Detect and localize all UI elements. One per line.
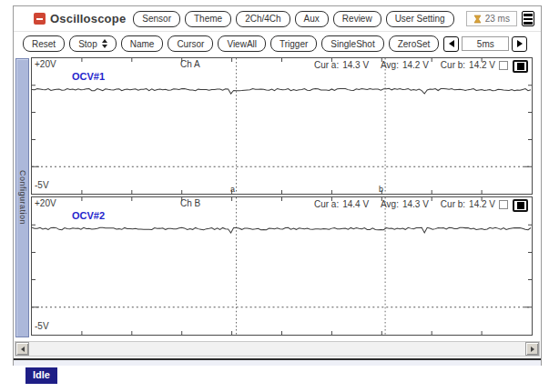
cursor-a-marker[interactable]: a (230, 186, 235, 194)
avg-label: Avg: (381, 61, 399, 70)
channel-count-button[interactable]: 2Ch/4Ch (236, 11, 290, 27)
cur-a-label: Cur a: (314, 61, 339, 70)
timebase-decrease-button[interactable] (443, 36, 459, 52)
channel-a-trace-label: OCV#1 (72, 72, 105, 82)
status-badge: Idle (25, 367, 57, 384)
plot-stack: +20V Ch A Cur a: 14.3 V Avg: 14.2 V Cur … (31, 57, 533, 339)
configuration-tab-label: Configuration (18, 170, 27, 225)
review-button[interactable]: Review (333, 11, 381, 27)
right-arrow-icon (531, 347, 534, 352)
sensor-button[interactable]: Sensor (133, 11, 180, 27)
app-title: Oscilloscope (50, 12, 126, 25)
channel-a-vmin-label: -5V (35, 181, 49, 190)
toolbar: Reset Stop Name Cursor ViewAll Trigger S… (14, 32, 541, 55)
cur-a-value: 14.4 V (342, 200, 369, 209)
cur-a-value: 14.3 V (342, 61, 369, 70)
singleshot-button[interactable]: SingleShot (321, 35, 383, 52)
oscilloscope-window: Oscilloscope Sensor Theme 2Ch/4Ch Aux Re… (13, 5, 542, 366)
display-mode-button[interactable] (522, 11, 534, 26)
reset-button[interactable]: Reset (23, 35, 65, 52)
spinner-icon (102, 39, 107, 48)
cur-b-value: 14.2 V (469, 200, 495, 209)
theme-button[interactable]: Theme (185, 11, 231, 27)
aux-button[interactable]: Aux (295, 11, 329, 27)
timebase-control: 5ms (443, 36, 527, 52)
channel-b-checkbox[interactable] (499, 200, 508, 209)
clock-icon (473, 15, 482, 24)
cursor-button[interactable]: Cursor (168, 35, 213, 52)
user-setting-button[interactable]: User Setting (386, 11, 454, 27)
black-square-icon (517, 63, 524, 70)
configuration-tab[interactable]: Configuration (15, 58, 29, 337)
cursor-b-marker[interactable]: b (379, 186, 383, 194)
right-arrow-icon (517, 40, 523, 47)
left-arrow-icon (21, 347, 25, 352)
channel-a-panel: +20V Ch A Cur a: 14.3 V Avg: 14.2 V Cur … (31, 57, 533, 195)
channel-b-waveform (32, 197, 532, 335)
channel-a-waveform (32, 58, 532, 194)
app-icon (34, 13, 46, 25)
channel-b-trace-label: OCV#2 (72, 211, 105, 221)
avg-value: 14.3 V (402, 200, 429, 209)
acquisition-time-display: 23 ms (466, 11, 517, 26)
channel-a-color-button[interactable] (513, 60, 528, 73)
left-arrow-icon (449, 40, 454, 47)
channel-b-vmin-label: -5V (35, 322, 49, 331)
channel-b-color-button[interactable] (513, 199, 528, 212)
scroll-left-button[interactable] (15, 342, 29, 356)
horizontal-scrollbar[interactable] (15, 341, 540, 357)
minimize-dash-icon (36, 18, 43, 20)
channel-b-title: Ch B (180, 199, 200, 208)
timebase-increase-button[interactable] (512, 36, 527, 52)
stop-button[interactable]: Stop (69, 35, 117, 52)
channel-a-title: Ch A (180, 60, 200, 69)
main-area: Configuration +20V Ch A Cur a: 14.3 V Av… (14, 55, 541, 339)
channel-b-vmax-label: +20V (35, 199, 56, 208)
cur-b-label: Cur b: (441, 200, 465, 209)
channel-a-readout: Cur a: 14.3 V Avg: 14.2 V Cur b: 14.2 V (314, 61, 495, 70)
stop-label: Stop (78, 39, 97, 49)
cur-a-label: Cur a: (314, 200, 339, 209)
channel-b-readout: Cur a: 14.4 V Avg: 14.3 V Cur b: 14.2 V (314, 200, 495, 209)
channel-a-vmax-label: +20V (35, 60, 56, 69)
avg-value: 14.2 V (402, 61, 429, 70)
channel-a-checkbox[interactable] (499, 61, 508, 70)
viewall-button[interactable]: ViewAll (218, 35, 266, 52)
list-icon (524, 14, 532, 25)
name-button[interactable]: Name (121, 35, 164, 52)
black-square-icon (517, 202, 524, 209)
scrollbar-track[interactable] (29, 342, 525, 356)
timebase-value[interactable]: 5ms (462, 36, 509, 51)
scroll-right-button[interactable] (525, 342, 539, 356)
titlebar: Oscilloscope Sensor Theme 2Ch/4Ch Aux Re… (14, 6, 541, 32)
zeroset-button[interactable]: ZeroSet (389, 35, 440, 52)
avg-label: Avg: (381, 200, 399, 209)
cur-b-value: 14.2 V (469, 61, 495, 70)
channel-b-panel: +20V Ch B Cur a: 14.4 V Avg: 14.3 V Cur … (31, 196, 533, 336)
status-strip (14, 358, 541, 366)
cur-b-label: Cur b: (441, 61, 465, 70)
trigger-button[interactable]: Trigger (270, 35, 317, 52)
acquisition-time-value: 23 ms (485, 14, 510, 24)
